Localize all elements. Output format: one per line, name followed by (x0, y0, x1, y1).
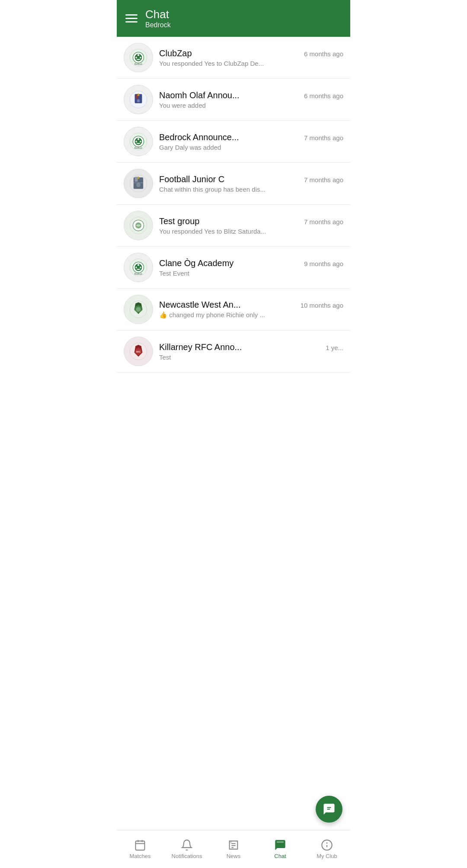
avatar-naomh-olaf (124, 85, 153, 114)
chat-preview-clubzap: You responded Yes to ClubZap De... (159, 60, 343, 67)
svg-point-23 (136, 183, 141, 187)
chat-content-bedrock-announce: Bedrock Announce... 7 months ago Gary Da… (159, 132, 343, 151)
hamburger-menu-button[interactable] (125, 14, 138, 23)
svg-point-4 (135, 57, 137, 58)
avatar-clane-og: Bedrock (124, 253, 153, 282)
chat-preview-bedrock-announce: Gary Daly was added (159, 144, 343, 151)
chat-preview-football-junior: Chat within this group has been dis... (159, 186, 343, 193)
chat-name-football-junior: Football Junior C (159, 174, 301, 184)
svg-text:RFC: RFC (136, 351, 141, 353)
avatar-bedrock-announce: Bedrock (124, 127, 153, 156)
svg-text:Bedrock: Bedrock (134, 147, 142, 149)
avatar-football-junior (124, 169, 153, 198)
chat-time-test-group: 7 months ago (304, 218, 343, 225)
chat-preview-newcastle-west: 👍 changed my phone Richie only ... (159, 311, 343, 319)
chat-time-football-junior: 7 months ago (304, 176, 343, 183)
avatar-killarney-rfc: RFC (124, 337, 153, 366)
chat-item-killarney-rfc[interactable]: RFC Killarney RFC Anno... 1 ye... Test (117, 331, 350, 373)
avatar-newcastle-west (124, 295, 153, 324)
svg-point-35 (136, 307, 141, 312)
chat-time-killarney-rfc: 1 ye... (326, 344, 343, 351)
chat-preview-test-group: You responded Yes to Blitz Saturda... (159, 228, 343, 235)
chat-time-clane-og: 9 months ago (304, 260, 343, 267)
chat-name-bedrock-announce: Bedrock Announce... (159, 132, 301, 142)
svg-point-3 (138, 54, 139, 56)
chat-item-naomh-olaf[interactable]: Naomh Olaf Annou... 6 months ago You wer… (117, 79, 350, 121)
chat-content-naomh-olaf: Naomh Olaf Annou... 6 months ago You wer… (159, 90, 343, 109)
chat-content-clubzap: ClubZap 6 months ago You responded Yes t… (159, 48, 343, 67)
chat-item-clubzap[interactable]: Bedrock ClubZap 6 months ago You respond… (117, 37, 350, 79)
chat-preview-killarney-rfc: Test (159, 354, 343, 361)
chat-item-clane-og[interactable]: Bedrock Clane Òg Academy 9 months ago Te… (117, 247, 350, 289)
svg-point-11 (137, 99, 140, 102)
chat-name-naomh-olaf: Naomh Olaf Annou... (159, 90, 301, 100)
svg-point-5 (140, 57, 141, 58)
svg-point-16 (135, 141, 137, 142)
svg-point-17 (140, 141, 141, 142)
chat-name-clane-og: Clane Òg Academy (159, 258, 301, 268)
page-title: Chat (145, 8, 171, 21)
svg-text:Bedrock: Bedrock (134, 63, 142, 65)
chat-name-newcastle-west: Newcastle West An... (159, 300, 297, 310)
chat-item-bedrock-announce[interactable]: Bedrock Bedrock Announce... 7 months ago… (117, 121, 350, 163)
chat-item-newcastle-west[interactable]: Newcastle West An... 10 months ago 👍 cha… (117, 289, 350, 331)
chat-preview-naomh-olaf: You were added (159, 102, 343, 109)
chat-time-clubzap: 6 months ago (304, 50, 343, 58)
chat-name-test-group: Test group (159, 216, 301, 226)
chat-item-football-junior[interactable]: Football Junior C 7 months ago Chat with… (117, 163, 350, 205)
chat-time-newcastle-west: 10 months ago (301, 302, 343, 309)
svg-rect-21 (135, 177, 138, 182)
chat-time-bedrock-announce: 7 months ago (304, 134, 343, 141)
chat-name-clubzap: ClubZap (159, 48, 301, 58)
svg-point-30 (138, 264, 139, 266)
chat-time-naomh-olaf: 6 months ago (304, 92, 343, 100)
svg-text:Bedrock: Bedrock (134, 273, 142, 275)
chat-list: Bedrock ClubZap 6 months ago You respond… (117, 37, 350, 373)
svg-point-31 (135, 267, 137, 268)
app-header: Chat Bedrock (117, 0, 350, 37)
chat-content-test-group: Test group 7 months ago You responded Ye… (159, 216, 343, 235)
svg-point-15 (138, 138, 139, 140)
page-subtitle: Bedrock (145, 21, 171, 29)
svg-point-32 (140, 267, 141, 268)
chat-preview-clane-og: Test Event (159, 270, 343, 277)
avatar-test-group (124, 211, 153, 240)
chat-name-killarney-rfc: Killarney RFC Anno... (159, 342, 322, 352)
avatar-clubzap: Bedrock (124, 43, 153, 72)
chat-item-test-group[interactable]: Test group 7 months ago You responded Ye… (117, 205, 350, 247)
chat-content-newcastle-west: Newcastle West An... 10 months ago 👍 cha… (159, 300, 343, 319)
chat-content-killarney-rfc: Killarney RFC Anno... 1 ye... Test (159, 342, 343, 361)
chat-content-football-junior: Football Junior C 7 months ago Chat with… (159, 174, 343, 193)
chat-content-clane-og: Clane Òg Academy 9 months ago Test Event (159, 258, 343, 277)
